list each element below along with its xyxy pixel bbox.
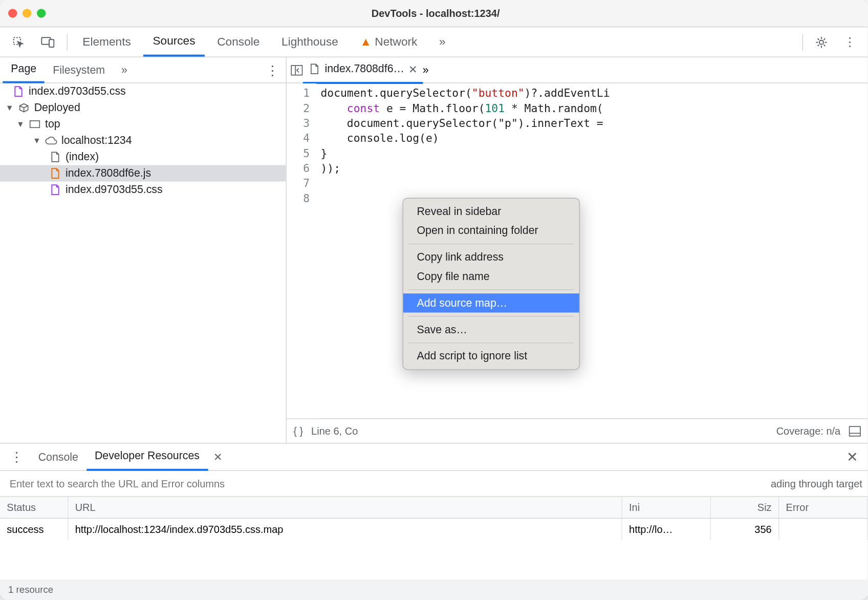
main-toolbar: Elements Sources Console Lighthouse ▲ Ne…: [0, 27, 868, 57]
tree-item[interactable]: ▼ top: [0, 116, 286, 133]
settings-icon[interactable]: [809, 32, 835, 52]
ctx-save-as[interactable]: Save as…: [403, 320, 579, 339]
document-icon: [49, 151, 61, 163]
ctx-reveal-sidebar[interactable]: Reveal in sidebar: [403, 202, 579, 221]
more-icon[interactable]: ⋮: [837, 31, 862, 53]
drawer-statusbar: 1 resource: [0, 580, 868, 600]
chevron-down-icon: ▼: [16, 119, 25, 129]
table-row[interactable]: success http://localhost:1234/index.d970…: [0, 519, 868, 540]
subtabs-overflow[interactable]: »: [113, 58, 136, 82]
close-drawer-icon[interactable]: ✕: [840, 448, 865, 465]
col-initiator[interactable]: Ini: [622, 497, 711, 518]
drawer: ⋮ Console Developer Resources ✕ ✕ ading …: [0, 443, 868, 600]
tab-sources[interactable]: Sources: [143, 27, 205, 56]
editor-tab[interactable]: index.7808df6… ✕: [303, 57, 423, 83]
file-tree: index.d9703d55.css ▼ Deployed ▼ top ▼: [0, 83, 286, 443]
chevron-down-icon: ▼: [33, 136, 41, 145]
deployed-icon: [18, 102, 30, 114]
tree-item[interactable]: index.d9703d55.css: [0, 83, 286, 100]
col-size[interactable]: Siz: [711, 497, 779, 518]
drawer-tab-devres[interactable]: Developer Resources: [86, 443, 208, 471]
tree-item[interactable]: index.d9703d55.css: [0, 182, 286, 198]
inspect-element-icon[interactable]: [6, 32, 32, 52]
load-through-target-option[interactable]: ading through target: [771, 478, 862, 489]
context-menu: Reveal in sidebar Open in containing fol…: [402, 198, 580, 370]
css-file-icon: [49, 184, 61, 196]
ctx-copy-link[interactable]: Copy link address: [403, 248, 579, 267]
cloud-icon: [45, 135, 57, 147]
resource-search-input[interactable]: [6, 474, 763, 494]
css-file-icon: [12, 85, 25, 98]
close-drawer-tab-icon[interactable]: ✕: [208, 451, 228, 463]
navigator-pane: Page Filesystem » ⋮ index.d9703d55.css ▼…: [0, 57, 287, 443]
tree-item-selected[interactable]: index.7808df6e.js: [0, 165, 286, 182]
svg-rect-4: [30, 121, 40, 127]
col-error[interactable]: Error: [779, 497, 867, 518]
code-content[interactable]: document.querySelector("button")?.addEve…: [317, 83, 868, 419]
ctx-ignore-list[interactable]: Add script to ignore list: [403, 347, 579, 366]
tab-page[interactable]: Page: [3, 57, 45, 83]
subtabs-more-icon[interactable]: ⋮: [266, 62, 279, 78]
tree-item[interactable]: ▼ Deployed: [0, 100, 286, 116]
minimize-window-button[interactable]: [23, 9, 31, 17]
js-file-icon: [49, 167, 61, 180]
frame-icon: [29, 118, 41, 131]
close-window-button[interactable]: [8, 9, 17, 17]
editor-statusbar: { } Line 6, Co Coverage: n/a: [287, 418, 868, 443]
tree-item[interactable]: ▼ localhost:1234: [0, 133, 286, 149]
window-title: DevTools - localhost:1234/: [46, 8, 826, 19]
drawer-more-icon[interactable]: ⋮: [3, 448, 30, 465]
tab-console[interactable]: Console: [208, 28, 269, 55]
tab-network[interactable]: ▲ Network: [351, 28, 427, 55]
format-icon[interactable]: { }: [293, 425, 303, 437]
ctx-add-source-map[interactable]: Add source map…: [403, 293, 579, 312]
resources-table: Status URL Ini Siz Error success http://…: [0, 497, 868, 579]
coverage-status: Coverage: n/a: [776, 425, 841, 437]
svg-point-3: [819, 40, 823, 44]
col-url[interactable]: URL: [68, 497, 622, 518]
tab-lighthouse[interactable]: Lighthouse: [272, 28, 348, 55]
ctx-copy-filename[interactable]: Copy file name: [403, 267, 579, 286]
tabs-overflow[interactable]: »: [429, 28, 455, 55]
tab-elements[interactable]: Elements: [73, 28, 141, 55]
js-file-icon: [309, 63, 321, 75]
zoom-window-button[interactable]: [37, 9, 46, 17]
svg-rect-7: [850, 426, 860, 436]
ctx-open-folder[interactable]: Open in containing folder: [403, 221, 579, 240]
warning-icon: ▲: [360, 35, 372, 48]
titlebar: DevTools - localhost:1234/: [0, 0, 868, 27]
toggle-sidebar-icon[interactable]: [849, 425, 861, 436]
line-gutter: 12345678: [287, 83, 317, 419]
device-toggle-icon[interactable]: [34, 32, 61, 51]
editor-tabs-overflow[interactable]: »: [423, 64, 429, 76]
cursor-position: Line 6, Co: [311, 425, 358, 437]
tab-filesystem[interactable]: Filesystem: [45, 58, 113, 82]
tree-item[interactable]: (index): [0, 149, 286, 165]
close-tab-icon[interactable]: ✕: [408, 62, 417, 75]
col-status[interactable]: Status: [0, 497, 68, 518]
toggle-navigator-icon[interactable]: [291, 65, 303, 75]
svg-rect-2: [49, 39, 54, 47]
drawer-tab-console[interactable]: Console: [30, 444, 86, 470]
chevron-down-icon: ▼: [6, 103, 14, 113]
